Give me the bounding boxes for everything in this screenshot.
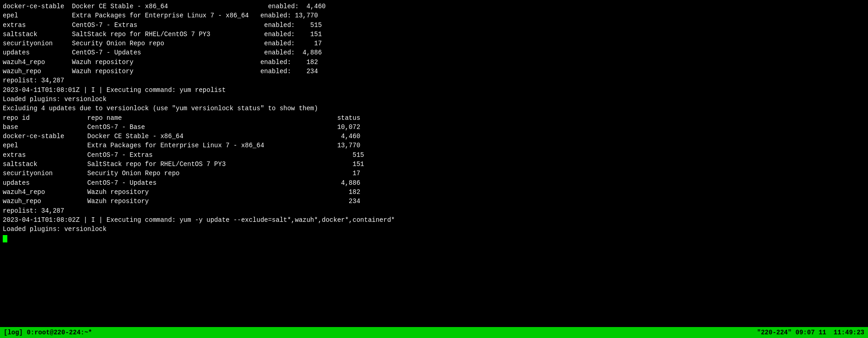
status-time: 11:49:23 xyxy=(834,329,864,336)
terminal-line: docker-ce-stable Docker CE Stable - x86_… xyxy=(3,132,865,141)
terminal-line: epel Extra Packages for Enterprise Linux… xyxy=(3,11,865,20)
terminal-line: base CentOS-7 - Base 10,072 xyxy=(3,123,865,132)
terminal-line: securityonion Security Onion Repo repo 1… xyxy=(3,169,865,178)
terminal-line: repolist: 34,287 xyxy=(3,76,865,85)
terminal-line: saltstack SaltStack repo for RHEL/CentOS… xyxy=(3,30,865,39)
terminal-line: securityonion Security Onion Repo repo e… xyxy=(3,39,865,48)
terminal-line: wazuh4_repo Wazuh repository 182 xyxy=(3,188,865,197)
terminal-line: updates CentOS-7 - Updates enabled: 4,88… xyxy=(3,48,865,57)
terminal-line: Excluding 4 updates due to versionlock (… xyxy=(3,104,865,113)
terminal-line: wazuh_repo Wazuh repository 234 xyxy=(3,197,865,206)
terminal-line: repolist: 34,287 xyxy=(3,206,865,215)
terminal-line: wazuh_repo Wazuh repository enabled: 234 xyxy=(3,67,865,76)
terminal-line: Loaded plugins: versionlock xyxy=(3,225,865,234)
terminal-cursor-line xyxy=(3,234,865,243)
status-session-info: [log] 0:root@220-224:~* xyxy=(4,329,92,336)
terminal-cursor xyxy=(3,235,7,242)
terminal-line: 2023-04-11T01:08:01Z | I | Executing com… xyxy=(3,86,865,95)
terminal-line: docker-ce-stable Docker CE Stable - x86_… xyxy=(3,2,865,11)
terminal-line: wazuh4_repo Wazuh repository enabled: 18… xyxy=(3,58,865,67)
terminal-line: saltstack SaltStack repo for RHEL/CentOS… xyxy=(3,160,865,169)
status-file-info: "220-224" 09:07 11 xyxy=(757,329,826,336)
terminal-line: extras CentOS-7 - Extras 515 xyxy=(3,150,865,160)
terminal-line: epel Extra Packages for Enterprise Linux… xyxy=(3,141,865,150)
status-right: "220-224" 09:07 11 11:49:23 xyxy=(757,329,864,336)
terminal-line: Loaded plugins: versionlock xyxy=(3,95,865,104)
terminal-output: docker-ce-stable Docker CE Stable - x86_… xyxy=(0,0,868,327)
terminal-line: 2023-04-11T01:08:02Z | I | Executing com… xyxy=(3,215,865,225)
status-bar: [log] 0:root@220-224:~* "220-224" 09:07 … xyxy=(0,327,868,338)
status-left: [log] 0:root@220-224:~* xyxy=(4,329,92,336)
terminal-line: updates CentOS-7 - Updates 4,886 xyxy=(3,178,865,188)
terminal-line: repo id repo name status xyxy=(3,113,865,123)
terminal-line: extras CentOS-7 - Extras enabled: 515 xyxy=(3,21,865,30)
